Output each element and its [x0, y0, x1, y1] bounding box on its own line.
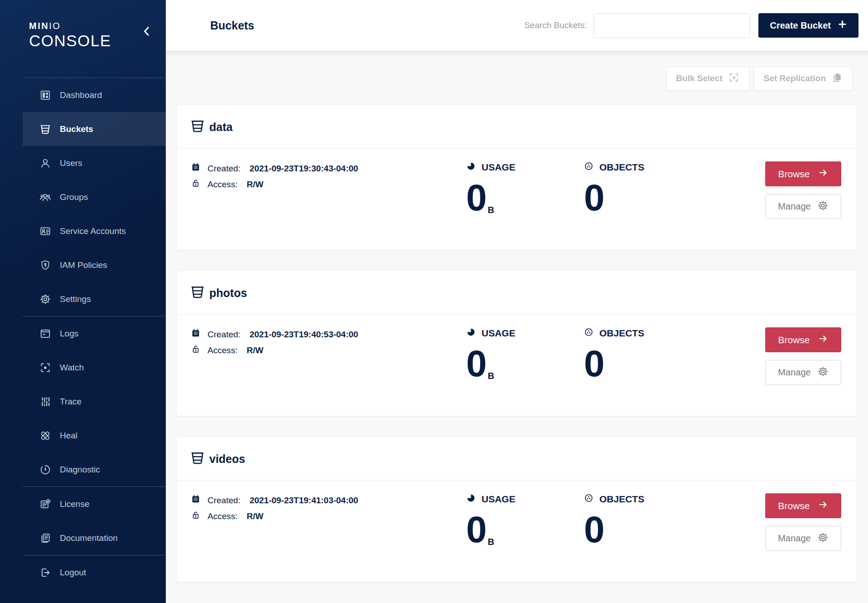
created-label: Created:	[207, 330, 241, 340]
bucket-card-photos: photos Created:2021-09-23T19:40:53-04:00…	[176, 270, 857, 416]
search-label: Search Buckets:	[524, 20, 587, 30]
calendar-icon	[191, 162, 201, 175]
sidebar-item-diagnostic[interactable]: Diagnostic	[23, 452, 166, 486]
sidebar-item-trace[interactable]: Trace	[23, 384, 166, 418]
bucket-details: Created:2021-09-23T19:41:03-04:00 Access…	[191, 493, 466, 522]
objects-icon	[584, 161, 593, 173]
pie-chart-icon	[466, 161, 476, 173]
header-actions: Search Buckets: Create Bucket	[524, 13, 858, 38]
search-buckets-input[interactable]	[593, 13, 750, 38]
browse-button[interactable]: Browse	[765, 493, 841, 518]
bulk-select-button[interactable]: Bulk Select	[666, 66, 749, 91]
objects-metric: OBJECTS 0	[584, 327, 765, 380]
sidebar-item-label: Heal	[60, 431, 77, 441]
gear-icon	[817, 366, 829, 379]
create-bucket-button[interactable]: Create Bucket	[758, 13, 858, 38]
sidebar-item-users[interactable]: Users	[23, 146, 166, 180]
sidebar-item-logout[interactable]: Logout	[23, 555, 166, 589]
sidebar-item-heal[interactable]: Heal	[23, 418, 166, 452]
objects-metric: OBJECTS 0	[584, 161, 765, 214]
bulk-select-icon	[728, 72, 739, 85]
sidebar-item-groups[interactable]: Groups	[23, 180, 166, 214]
usage-value: 0B	[466, 347, 584, 380]
sidebar-item-logs[interactable]: Logs	[23, 316, 166, 350]
sidebar-item-license[interactable]: License	[23, 487, 166, 521]
page-header: Buckets Search Buckets: Create Bucket	[166, 0, 868, 52]
bucket-access-line: Access:R/W	[191, 344, 466, 356]
usage-metric: USAGE 0B	[466, 327, 584, 380]
objects-value: 0	[584, 347, 765, 380]
access-label: Access:	[207, 511, 238, 521]
manage-button[interactable]: Manage	[765, 526, 841, 551]
bucket-icon	[39, 123, 52, 136]
gear-icon	[817, 200, 829, 214]
access-value: R/W	[247, 345, 264, 355]
usage-value: 0B	[466, 513, 584, 546]
groups-icon	[39, 191, 52, 204]
sidebar-item-label: IAM Policies	[60, 260, 107, 270]
access-label: Access:	[207, 345, 238, 355]
usage-unit: B	[488, 372, 494, 380]
bucket-actions-toolbar: Bulk Select Set Replication	[176, 66, 857, 91]
access-value: R/W	[247, 511, 264, 521]
diagnostic-icon	[39, 463, 52, 476]
lock-open-icon	[191, 510, 201, 522]
app-logo: MINIO CONSOLE	[0, 0, 166, 78]
sidebar-item-documentation[interactable]: Documentation	[23, 521, 166, 555]
sidebar-collapse-button[interactable]	[142, 26, 150, 37]
created-value: 2021-09-23T19:41:03-04:00	[250, 496, 358, 506]
sidebar-item-settings[interactable]: Settings	[23, 282, 166, 316]
plus-icon	[838, 19, 847, 31]
access-value: R/W	[247, 180, 264, 190]
pie-chart-icon	[466, 327, 476, 339]
bucket-card-body: Created:2021-09-23T19:30:43-04:00 Access…	[177, 149, 857, 250]
bucket-created-line: Created:2021-09-23T19:40:53-04:00	[191, 328, 466, 340]
id-card-icon	[39, 225, 52, 238]
sidebar-item-label: Groups	[60, 192, 88, 202]
content-area: Bulk Select Set Replication data Created…	[166, 52, 868, 603]
browse-button[interactable]: Browse	[765, 161, 841, 186]
user-icon	[39, 157, 52, 170]
browse-button[interactable]: Browse	[765, 327, 841, 352]
calendar-icon	[191, 328, 201, 340]
sidebar-item-label: Diagnostic	[60, 465, 100, 475]
bucket-card-header: data	[177, 105, 857, 149]
arrow-right-icon	[818, 167, 829, 180]
sidebar-item-watch[interactable]: Watch	[23, 350, 166, 384]
sidebar-item-label: Documentation	[60, 533, 118, 543]
bucket-card-header: videos	[177, 437, 857, 481]
manage-button[interactable]: Manage	[765, 360, 841, 385]
manage-button[interactable]: Manage	[765, 194, 841, 219]
sidebar-item-label: Settings	[60, 294, 91, 304]
bucket-card-data: data Created:2021-09-23T19:30:43-04:00 A…	[176, 104, 857, 250]
sidebar-item-label: Trace	[60, 397, 82, 407]
bucket-name: data	[209, 121, 232, 134]
sidebar-item-service-accounts[interactable]: Service Accounts	[23, 214, 166, 248]
calendar-icon	[191, 494, 201, 506]
bucket-name: videos	[209, 452, 245, 466]
usage-label-row: USAGE	[466, 327, 584, 339]
created-value: 2021-09-23T19:30:43-04:00	[250, 164, 358, 174]
sidebar-item-buckets[interactable]: Buckets	[23, 112, 166, 146]
bucket-access-line: Access:R/W	[191, 178, 466, 190]
watch-icon	[39, 361, 52, 374]
logout-icon	[39, 566, 52, 579]
objects-icon	[584, 493, 593, 505]
objects-icon	[584, 327, 593, 339]
sidebar-item-label: Buckets	[60, 124, 93, 134]
set-replication-button[interactable]: Set Replication	[754, 66, 853, 91]
objects-value: 0	[584, 181, 765, 214]
objects-label-row: OBJECTS	[584, 327, 765, 339]
sidebar-item-label: Dashboard	[60, 90, 102, 100]
sidebar-item-iam-policies[interactable]: IAM Policies	[23, 248, 166, 282]
page-title: Buckets	[210, 19, 254, 32]
heal-icon	[39, 429, 52, 442]
sidebar-item-dashboard[interactable]: Dashboard	[23, 78, 166, 112]
objects-label-row: OBJECTS	[584, 493, 765, 505]
usage-value: 0B	[466, 181, 584, 214]
documentation-icon	[39, 532, 52, 545]
usage-metric: USAGE 0B	[466, 161, 584, 214]
copy-icon	[832, 72, 843, 85]
bucket-card-body: Created:2021-09-23T19:40:53-04:00 Access…	[177, 315, 857, 416]
main-area: Buckets Search Buckets: Create Bucket Bu…	[166, 0, 868, 603]
